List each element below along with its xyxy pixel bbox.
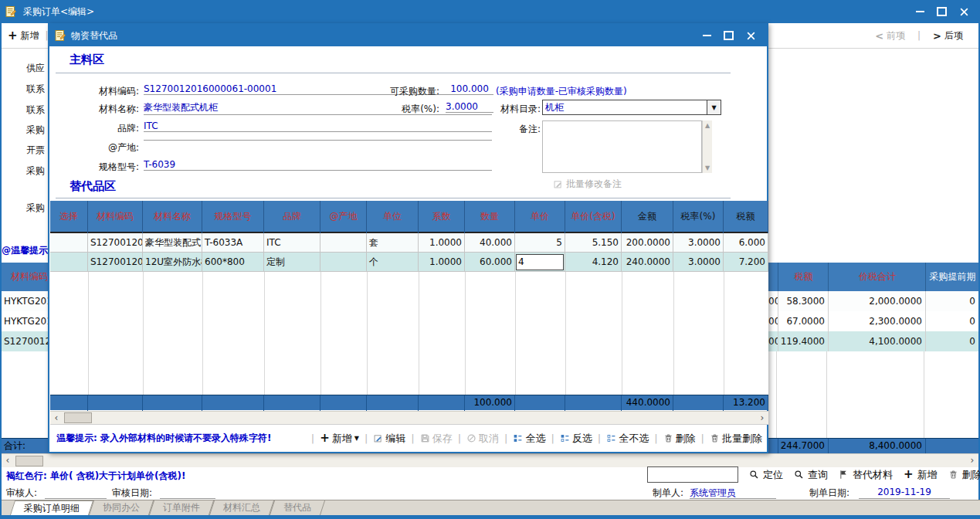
unit-price-input[interactable] xyxy=(516,254,564,270)
add-button[interactable]: + 新增 xyxy=(2,29,46,42)
scroll-left-icon[interactable]: ‹ xyxy=(50,412,63,424)
reviewer-label: 审核人: xyxy=(6,487,37,500)
spec-model-label: 规格型号: xyxy=(65,161,139,174)
plus-icon: + xyxy=(8,30,18,42)
bottom-tab-strip: 采购订单明细 协同办公 订单附件 材料汇总 替代品 xyxy=(2,500,980,515)
modal-toolbar: 温馨提示: 录入外部材料的时候请不要录入特殊字符! | + 新增 ▼ | 编辑 … xyxy=(50,424,768,452)
add-substitute-button[interactable]: + 新增 ▼ xyxy=(320,432,359,446)
search-action-row: 定位 查询 替代材料 + 新增 删除 xyxy=(647,466,980,483)
floppy-icon xyxy=(420,433,430,443)
purchasable-qty-value: 100.000 xyxy=(446,83,493,95)
minimize-button[interactable] xyxy=(916,11,924,12)
material-catalog-label: 材料目录: xyxy=(463,103,541,116)
status-warning-text: 褐红色行: 单价( 含税)大于计划单价(含税)! xyxy=(6,470,186,483)
app-window: 采购订单<编辑> + 新增 | < 前项 | > 后项 供应 联系 xyxy=(0,0,980,519)
trash-icon xyxy=(710,433,720,443)
plus-icon: + xyxy=(320,432,330,444)
substitute-grid-total-row: 100.000 440.0000 13.200 xyxy=(50,395,768,410)
modal-hint-text: 温馨提示: 录入外部材料的时候请不要录入特殊字符! xyxy=(56,432,271,445)
creator-label: 制单人: xyxy=(653,487,683,500)
locate-button[interactable]: 定位 xyxy=(749,468,783,482)
modal-maximize-button[interactable] xyxy=(724,31,734,40)
flag-icon xyxy=(839,470,849,480)
search-icon xyxy=(794,470,804,480)
bg-field-label: 采购 xyxy=(0,202,45,215)
bg-field-label: 采购 xyxy=(0,124,45,137)
tab-purchase-order-detail[interactable]: 采购订单明细 xyxy=(10,500,93,515)
modal-title: 物资替代品 xyxy=(71,29,117,42)
search-input[interactable] xyxy=(647,466,738,483)
batch-delete-button[interactable]: 批量删除 xyxy=(710,432,762,446)
brand-label: 品牌: xyxy=(65,122,139,135)
bg-field-label: 采购 xyxy=(0,165,45,178)
bg-field-label: 供应 xyxy=(0,62,45,75)
material-catalog-value: 机柜 xyxy=(543,101,707,114)
material-code-value: S1270012016000061-00001 xyxy=(144,83,492,95)
next-item-button[interactable]: > 后项 xyxy=(927,29,969,42)
search-icon xyxy=(749,470,759,480)
total-amount: 440.0000 xyxy=(622,395,673,411)
total-qty: 100.000 xyxy=(465,395,515,411)
delete-row-button[interactable]: 删除 xyxy=(948,468,980,482)
bg-total-amount: 8,400.0000 xyxy=(828,439,925,453)
bg-warm-hint-label: @温馨提示 xyxy=(2,244,48,257)
invert-select-icon xyxy=(560,433,570,443)
close-button[interactable] xyxy=(959,7,969,17)
tab-order-attachment[interactable]: 订单附件 xyxy=(149,500,214,515)
pencil-icon xyxy=(553,179,563,189)
window-title: 采购订单<编辑> xyxy=(23,5,94,19)
substitute-material-button[interactable]: 替代材料 xyxy=(839,468,893,482)
scroll-right-icon[interactable]: › xyxy=(756,412,768,424)
cancel-button[interactable]: 取消 xyxy=(466,432,499,446)
scrollbar-thumb[interactable] xyxy=(15,456,43,466)
bg-col-lead-time: 采购提前期 xyxy=(925,263,979,291)
substitute-section-title: 替代品区 xyxy=(70,179,116,194)
bg-field-label: 联系 xyxy=(0,83,45,96)
bg-col-tax: 税额 xyxy=(778,263,829,291)
chevron-down-icon[interactable]: ▼ xyxy=(707,100,721,114)
query-button[interactable]: 查询 xyxy=(794,468,828,482)
substitute-row-selected[interactable]: S1270012016 12U室外防水机 600*800 定制 个 1.0000… xyxy=(50,253,768,272)
maximize-button[interactable] xyxy=(937,7,947,16)
add-row-button[interactable]: + 新增 xyxy=(904,468,938,482)
scroll-up-icon[interactable]: ▲ xyxy=(705,122,710,129)
edit-button[interactable]: 编辑 xyxy=(373,432,405,446)
scroll-left-icon[interactable]: ‹ xyxy=(2,455,14,466)
substitute-row[interactable]: S1270012016 豪华型装配式 T-6033A ITC 套 1.0000 … xyxy=(50,233,768,253)
select-none-icon xyxy=(606,433,616,443)
select-all-button[interactable]: 全选 xyxy=(513,432,545,446)
modal-close-button[interactable] xyxy=(746,31,756,41)
total-tax: 13.200 xyxy=(724,395,768,411)
qty-hint-text: (采购申请数量-已审核采购数量) xyxy=(496,85,627,98)
bg-horizontal-scrollbar[interactable]: ‹ › xyxy=(2,453,978,467)
tab-material-summary[interactable]: 材料汇总 xyxy=(209,500,274,515)
brand-value: ITC xyxy=(144,120,492,132)
chevron-down-icon[interactable]: ▼ xyxy=(354,435,359,442)
material-catalog-dropdown[interactable]: 机柜 ▼ xyxy=(542,100,721,115)
review-date-field[interactable] xyxy=(160,487,215,499)
save-button[interactable]: 保存 xyxy=(420,432,453,446)
chevron-right-icon: > xyxy=(933,30,941,42)
material-code-label: 材料编码: xyxy=(65,85,139,98)
batch-edit-remark-button[interactable]: 批量修改备注 xyxy=(553,178,622,191)
main-titlebar: 采购订单<编辑> xyxy=(0,0,980,23)
substitute-grid-header: 选择 材料编码 材料名称 规格型号 品牌 @产地 单位 系数 数量 单价 单价(… xyxy=(50,201,768,233)
scroll-down-icon[interactable]: ▼ xyxy=(705,165,710,171)
create-date-value: 2019-11-19 xyxy=(859,487,950,499)
invert-selection-button[interactable]: 反选 xyxy=(560,432,592,446)
substitute-grid-scrollbar[interactable]: ‹ › xyxy=(50,411,768,424)
scrollbar-thumb[interactable] xyxy=(64,412,92,423)
delete-button[interactable]: 删除 xyxy=(663,432,696,446)
select-none-button[interactable]: 全不选 xyxy=(606,432,649,446)
remark-textarea[interactable] xyxy=(542,120,702,173)
footer-fields: 审核人: 审核日期: 制单人: 系统管理员 制单日期: 2019-11-19 xyxy=(0,485,980,500)
prev-item-button[interactable]: < 前项 xyxy=(869,29,911,42)
bg-field-label: 联系 xyxy=(0,103,45,117)
reviewer-field[interactable] xyxy=(45,487,107,499)
modal-minimize-button[interactable] xyxy=(703,35,711,36)
modal-titlebar: 物资替代品 xyxy=(49,25,767,46)
tab-collaboration[interactable]: 协同办公 xyxy=(89,500,154,515)
tab-substitutes[interactable]: 替代品 xyxy=(270,500,325,515)
remark-scrollbar[interactable]: ▲ ▼ xyxy=(702,120,712,173)
scroll-right-icon[interactable]: › xyxy=(966,455,978,466)
